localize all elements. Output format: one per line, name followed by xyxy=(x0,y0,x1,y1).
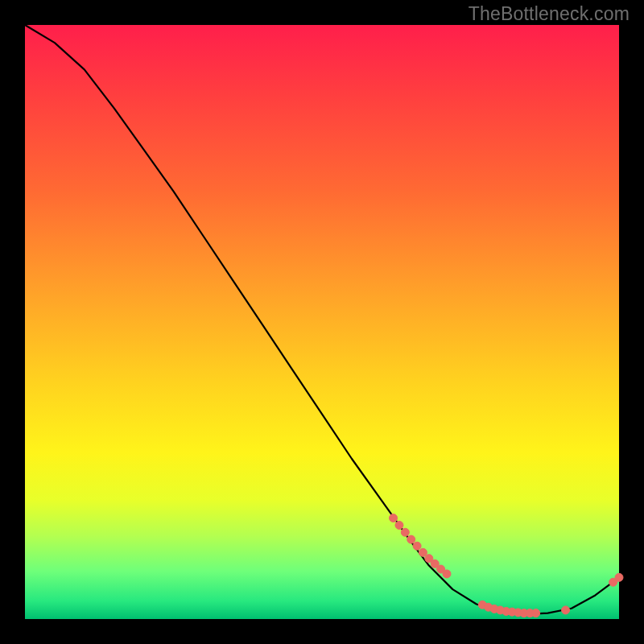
scatter-point xyxy=(407,535,415,543)
curve-line xyxy=(25,25,619,614)
scatter-point xyxy=(562,606,570,614)
scatter-point xyxy=(395,521,403,529)
watermark-text: TheBottleneck.com xyxy=(469,3,630,25)
scatter-point xyxy=(615,573,623,581)
scatter-group xyxy=(390,514,623,617)
scatter-point xyxy=(443,570,451,578)
scatter-point xyxy=(390,514,398,522)
scatter-point xyxy=(413,542,421,550)
scatter-point xyxy=(401,528,409,536)
scatter-point xyxy=(532,609,540,617)
plot-overlay xyxy=(25,25,619,619)
chart-root: TheBottleneck.com xyxy=(0,0,644,644)
